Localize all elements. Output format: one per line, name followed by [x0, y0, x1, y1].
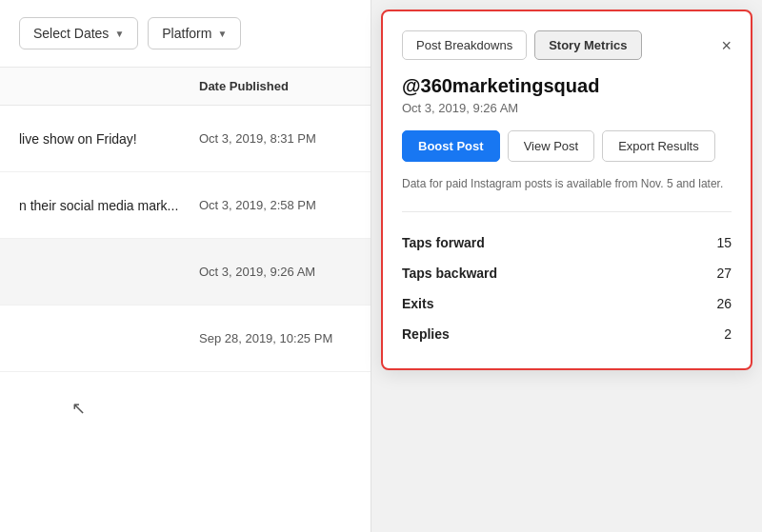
- chevron-down-icon: ▼: [114, 29, 124, 39]
- divider: [402, 211, 732, 212]
- metric-label: Replies: [402, 326, 450, 342]
- boost-post-button[interactable]: Boost Post: [402, 130, 500, 162]
- platform-label: Platform: [162, 26, 211, 41]
- metric-row: Exits 26: [402, 288, 732, 319]
- metric-value: 27: [716, 266, 732, 281]
- export-results-button[interactable]: Export Results: [602, 130, 715, 162]
- metric-row: Taps backward 27: [402, 258, 732, 288]
- metric-value: 26: [716, 296, 732, 311]
- platform-button[interactable]: Platform ▼: [148, 17, 241, 49]
- view-post-button[interactable]: View Post: [508, 130, 595, 162]
- toolbar: Select Dates ▼ Platform ▼: [0, 0, 371, 68]
- col-content-header: [19, 79, 199, 93]
- metric-label: Exits: [402, 296, 433, 311]
- left-panel: Select Dates ▼ Platform ▼ Date Published…: [0, 0, 371, 532]
- select-dates-button[interactable]: Select Dates ▼: [19, 17, 138, 49]
- story-metrics-panel: Post Breakdowns Story Metrics × @360mark…: [381, 10, 752, 370]
- metric-row: Taps forward 15: [402, 227, 732, 258]
- tab-post-breakdowns[interactable]: Post Breakdowns: [402, 30, 527, 60]
- tab-post-breakdowns-label: Post Breakdowns: [416, 38, 512, 52]
- tab-story-metrics[interactable]: Story Metrics: [534, 30, 641, 60]
- table-row[interactable]: n their social media mark... Oct 3, 2019…: [0, 172, 371, 239]
- action-buttons: Boost Post View Post Export Results: [402, 130, 732, 162]
- close-button[interactable]: ×: [721, 37, 732, 54]
- metrics-table: Taps forward 15 Taps backward 27 Exits 2…: [402, 227, 732, 349]
- row-date: Oct 3, 2019, 8:31 PM: [199, 131, 351, 146]
- chevron-down-icon: ▼: [217, 29, 227, 39]
- select-dates-label: Select Dates: [33, 26, 109, 41]
- row-date: Sep 28, 2019, 10:25 PM: [199, 331, 351, 345]
- metric-label: Taps forward: [402, 235, 485, 250]
- table-row[interactable]: Oct 3, 2019, 9:26 AM: [0, 239, 371, 305]
- panel-username: @360marketingsquad: [402, 75, 732, 97]
- col-date-header: Date Published: [199, 79, 351, 93]
- panel-datetime: Oct 3, 2019, 9:26 AM: [402, 101, 732, 115]
- metric-label: Taps backward: [402, 266, 497, 281]
- row-content: n their social media mark...: [19, 198, 199, 213]
- tab-story-metrics-label: Story Metrics: [549, 38, 627, 52]
- metric-value: 15: [716, 235, 732, 250]
- panel-tabs: Post Breakdowns Story Metrics ×: [402, 30, 732, 60]
- row-date: Oct 3, 2019, 9:26 AM: [199, 265, 351, 279]
- row-content: live show on Friday!: [19, 131, 199, 147]
- table-header: Date Published: [0, 68, 371, 106]
- metric-row: Replies 2: [402, 319, 732, 349]
- table-row[interactable]: live show on Friday! Oct 3, 2019, 8:31 P…: [0, 106, 371, 172]
- info-text: Data for paid Instagram posts is availab…: [402, 175, 732, 192]
- row-date: Oct 3, 2019, 2:58 PM: [199, 198, 351, 212]
- table-row[interactable]: Sep 28, 2019, 10:25 PM: [0, 305, 371, 372]
- metric-value: 2: [724, 326, 732, 342]
- table-body: live show on Friday! Oct 3, 2019, 8:31 P…: [0, 106, 371, 372]
